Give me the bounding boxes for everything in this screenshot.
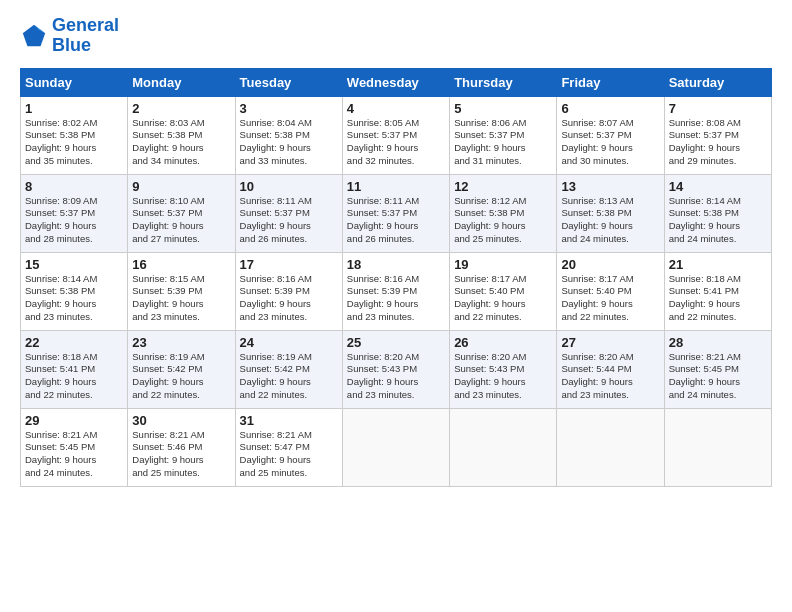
table-cell: 14Sunrise: 8:14 AMSunset: 5:38 PMDayligh… [664,174,771,252]
col-friday: Friday [557,68,664,96]
day-info: Sunrise: 8:16 AMSunset: 5:39 PMDaylight:… [240,273,338,324]
day-number: 4 [347,101,445,116]
table-cell: 26Sunrise: 8:20 AMSunset: 5:43 PMDayligh… [450,330,557,408]
day-info: Sunrise: 8:04 AMSunset: 5:38 PMDaylight:… [240,117,338,168]
day-info: Sunrise: 8:07 AMSunset: 5:37 PMDaylight:… [561,117,659,168]
day-number: 3 [240,101,338,116]
table-cell: 31Sunrise: 8:21 AMSunset: 5:47 PMDayligh… [235,408,342,486]
day-info: Sunrise: 8:16 AMSunset: 5:39 PMDaylight:… [347,273,445,324]
calendar-week-row: 22Sunrise: 8:18 AMSunset: 5:41 PMDayligh… [21,330,772,408]
col-tuesday: Tuesday [235,68,342,96]
day-info: Sunrise: 8:19 AMSunset: 5:42 PMDaylight:… [132,351,230,402]
day-number: 26 [454,335,552,350]
svg-marker-0 [23,25,45,46]
day-number: 15 [25,257,123,272]
table-cell: 1Sunrise: 8:02 AMSunset: 5:38 PMDaylight… [21,96,128,174]
day-info: Sunrise: 8:10 AMSunset: 5:37 PMDaylight:… [132,195,230,246]
day-number: 21 [669,257,767,272]
day-number: 30 [132,413,230,428]
day-number: 8 [25,179,123,194]
day-info: Sunrise: 8:11 AMSunset: 5:37 PMDaylight:… [347,195,445,246]
table-cell: 11Sunrise: 8:11 AMSunset: 5:37 PMDayligh… [342,174,449,252]
day-number: 31 [240,413,338,428]
col-thursday: Thursday [450,68,557,96]
table-cell: 22Sunrise: 8:18 AMSunset: 5:41 PMDayligh… [21,330,128,408]
table-cell: 18Sunrise: 8:16 AMSunset: 5:39 PMDayligh… [342,252,449,330]
day-info: Sunrise: 8:21 AMSunset: 5:45 PMDaylight:… [669,351,767,402]
day-info: Sunrise: 8:02 AMSunset: 5:38 PMDaylight:… [25,117,123,168]
table-cell: 15Sunrise: 8:14 AMSunset: 5:38 PMDayligh… [21,252,128,330]
table-cell: 10Sunrise: 8:11 AMSunset: 5:37 PMDayligh… [235,174,342,252]
table-cell: 17Sunrise: 8:16 AMSunset: 5:39 PMDayligh… [235,252,342,330]
day-number: 10 [240,179,338,194]
calendar-week-row: 29Sunrise: 8:21 AMSunset: 5:45 PMDayligh… [21,408,772,486]
table-cell: 5Sunrise: 8:06 AMSunset: 5:37 PMDaylight… [450,96,557,174]
day-number: 28 [669,335,767,350]
day-number: 11 [347,179,445,194]
day-number: 27 [561,335,659,350]
day-info: Sunrise: 8:17 AMSunset: 5:40 PMDaylight:… [454,273,552,324]
day-info: Sunrise: 8:20 AMSunset: 5:43 PMDaylight:… [347,351,445,402]
table-cell [664,408,771,486]
day-number: 25 [347,335,445,350]
day-info: Sunrise: 8:11 AMSunset: 5:37 PMDaylight:… [240,195,338,246]
day-info: Sunrise: 8:20 AMSunset: 5:44 PMDaylight:… [561,351,659,402]
day-number: 29 [25,413,123,428]
day-info: Sunrise: 8:17 AMSunset: 5:40 PMDaylight:… [561,273,659,324]
day-number: 16 [132,257,230,272]
logo-icon [20,22,48,50]
table-cell: 21Sunrise: 8:18 AMSunset: 5:41 PMDayligh… [664,252,771,330]
logo-general: General [52,15,119,35]
day-number: 18 [347,257,445,272]
col-saturday: Saturday [664,68,771,96]
day-info: Sunrise: 8:13 AMSunset: 5:38 PMDaylight:… [561,195,659,246]
table-cell: 25Sunrise: 8:20 AMSunset: 5:43 PMDayligh… [342,330,449,408]
day-info: Sunrise: 8:14 AMSunset: 5:38 PMDaylight:… [669,195,767,246]
calendar-week-row: 8Sunrise: 8:09 AMSunset: 5:37 PMDaylight… [21,174,772,252]
day-number: 20 [561,257,659,272]
table-cell [557,408,664,486]
table-cell: 23Sunrise: 8:19 AMSunset: 5:42 PMDayligh… [128,330,235,408]
day-info: Sunrise: 8:08 AMSunset: 5:37 PMDaylight:… [669,117,767,168]
logo-blue: Blue [52,35,91,55]
table-cell: 13Sunrise: 8:13 AMSunset: 5:38 PMDayligh… [557,174,664,252]
col-monday: Monday [128,68,235,96]
table-cell: 6Sunrise: 8:07 AMSunset: 5:37 PMDaylight… [557,96,664,174]
day-number: 22 [25,335,123,350]
day-number: 7 [669,101,767,116]
day-info: Sunrise: 8:12 AMSunset: 5:38 PMDaylight:… [454,195,552,246]
table-cell: 28Sunrise: 8:21 AMSunset: 5:45 PMDayligh… [664,330,771,408]
table-cell: 2Sunrise: 8:03 AMSunset: 5:38 PMDaylight… [128,96,235,174]
day-number: 6 [561,101,659,116]
logo-text: General Blue [52,16,119,56]
day-number: 12 [454,179,552,194]
day-number: 24 [240,335,338,350]
table-cell: 7Sunrise: 8:08 AMSunset: 5:37 PMDaylight… [664,96,771,174]
day-info: Sunrise: 8:15 AMSunset: 5:39 PMDaylight:… [132,273,230,324]
day-info: Sunrise: 8:21 AMSunset: 5:45 PMDaylight:… [25,429,123,480]
day-number: 1 [25,101,123,116]
table-cell [342,408,449,486]
table-cell: 16Sunrise: 8:15 AMSunset: 5:39 PMDayligh… [128,252,235,330]
day-info: Sunrise: 8:05 AMSunset: 5:37 PMDaylight:… [347,117,445,168]
day-info: Sunrise: 8:18 AMSunset: 5:41 PMDaylight:… [25,351,123,402]
day-number: 17 [240,257,338,272]
day-number: 23 [132,335,230,350]
day-number: 2 [132,101,230,116]
calendar-week-row: 1Sunrise: 8:02 AMSunset: 5:38 PMDaylight… [21,96,772,174]
day-info: Sunrise: 8:19 AMSunset: 5:42 PMDaylight:… [240,351,338,402]
col-wednesday: Wednesday [342,68,449,96]
page-container: General Blue Sunday Monday Tuesday Wedne… [0,0,792,497]
calendar-table: Sunday Monday Tuesday Wednesday Thursday… [20,68,772,487]
day-info: Sunrise: 8:06 AMSunset: 5:37 PMDaylight:… [454,117,552,168]
days-header-row: Sunday Monday Tuesday Wednesday Thursday… [21,68,772,96]
calendar-week-row: 15Sunrise: 8:14 AMSunset: 5:38 PMDayligh… [21,252,772,330]
day-info: Sunrise: 8:21 AMSunset: 5:46 PMDaylight:… [132,429,230,480]
table-cell: 3Sunrise: 8:04 AMSunset: 5:38 PMDaylight… [235,96,342,174]
day-info: Sunrise: 8:03 AMSunset: 5:38 PMDaylight:… [132,117,230,168]
day-number: 13 [561,179,659,194]
table-cell: 8Sunrise: 8:09 AMSunset: 5:37 PMDaylight… [21,174,128,252]
logo: General Blue [20,16,119,56]
table-cell: 20Sunrise: 8:17 AMSunset: 5:40 PMDayligh… [557,252,664,330]
table-cell: 30Sunrise: 8:21 AMSunset: 5:46 PMDayligh… [128,408,235,486]
